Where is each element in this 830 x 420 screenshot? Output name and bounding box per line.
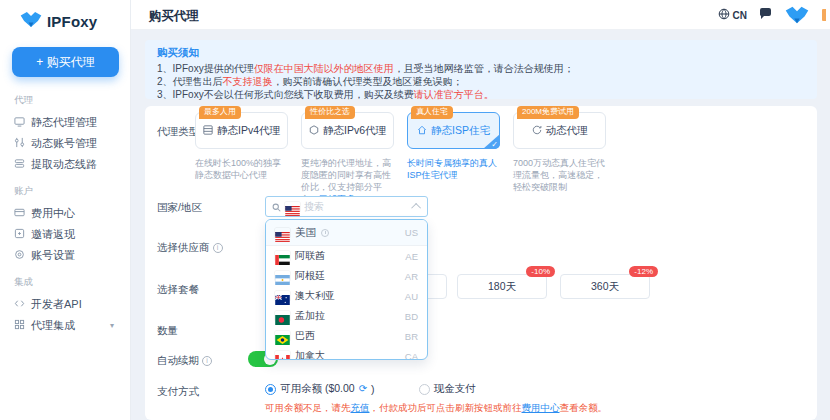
dropdown-item-bd[interactable]: 孟加拉 BD xyxy=(266,306,427,326)
type-card-static-ipv4[interactable]: 最多人用 静态IPv4代理 xyxy=(195,112,288,149)
nav-section-account: 账户 xyxy=(14,185,116,198)
puzzle-icon xyxy=(14,319,25,332)
sidebar-item-invite-cashback[interactable]: 邀请返现 xyxy=(12,224,118,245)
country-search-input[interactable] xyxy=(304,201,410,212)
purchase-form: 代理类型 最多人用 静态IPv4代理 性价比之选 静态IPv6代理 真人住宅 静… xyxy=(145,106,817,420)
clipped-username xyxy=(822,9,826,21)
sidebar-item-label: 开发者API xyxy=(31,297,82,312)
sidebar-item-dynamic-account[interactable]: 动态账号管理 xyxy=(12,133,118,154)
sidebar-nav: 代理 静态代理管理 动态账号管理 提取动态线路 账户 费用中心 邀请返现 xyxy=(0,84,130,336)
radio-balance[interactable] xyxy=(265,384,276,395)
billing-center-link[interactable]: 费用中心 xyxy=(522,402,560,413)
dropdown-item-ca[interactable]: 加拿大 CA xyxy=(266,346,427,360)
wallet-icon xyxy=(14,207,25,220)
country-code: BR xyxy=(405,331,418,342)
sidebar-item-label: 邀请返现 xyxy=(31,227,75,242)
type-desc-ipv4: 在线时长100%的独享静态数据中心代理 xyxy=(195,157,289,181)
flag-ca-icon xyxy=(275,351,290,360)
radio-cash[interactable] xyxy=(419,384,430,395)
sidebar-item-label: 代理集成 xyxy=(31,318,75,333)
recharge-link[interactable]: 充值 xyxy=(351,402,370,413)
sidebar-item-label: 提取动态线路 xyxy=(31,157,97,172)
dropdown-item-us[interactable]: 美国 US xyxy=(266,220,427,246)
type-card-dynamic[interactable]: 200M免费试用 动态代理 xyxy=(513,112,606,149)
sidebar-item-developer-api[interactable]: 开发者API xyxy=(12,294,118,315)
sidebar-item-label: 账号设置 xyxy=(31,248,75,263)
quantity-label: 数量 xyxy=(157,324,178,338)
chat-icon[interactable] xyxy=(759,6,772,24)
country-code: AR xyxy=(405,271,418,282)
type-desc-isp: 长时间专属独享的真人ISP住宅代理 xyxy=(407,157,501,181)
country-name: 巴西 xyxy=(295,329,315,343)
sidebar-item-extract-lines[interactable]: 提取动态线路 xyxy=(12,154,118,175)
page-title: 购买代理 xyxy=(149,8,199,25)
plan-label: 选择套餐 xyxy=(157,283,199,297)
flag-bd-icon xyxy=(275,311,290,321)
type-card-static-isp[interactable]: 真人住宅 静态ISP住宅 ✓ xyxy=(407,112,500,149)
payment-option-cash[interactable]: 现金支付 xyxy=(419,382,476,396)
gear-icon xyxy=(14,249,25,262)
language-label: CN xyxy=(733,10,747,21)
info-icon[interactable] xyxy=(202,356,212,366)
country-code: BD xyxy=(405,311,418,322)
grid-icon xyxy=(203,125,213,137)
country-select[interactable] xyxy=(265,196,428,217)
fox-logo-icon xyxy=(20,11,42,32)
info-icon[interactable] xyxy=(213,243,223,253)
country-code: AE xyxy=(405,251,418,262)
dropdown-item-ae[interactable]: 阿联酋 AE xyxy=(266,246,427,266)
country-code: AU xyxy=(405,291,418,302)
plan-name: 180天 xyxy=(488,280,516,294)
chevron-up-icon[interactable] xyxy=(411,203,421,213)
flag-ar-icon xyxy=(275,271,290,281)
globe-icon xyxy=(718,8,730,22)
sidebar-item-account-settings[interactable]: 账号设置 xyxy=(12,245,118,266)
user-avatar[interactable] xyxy=(784,4,810,26)
balance-suffix: ) xyxy=(371,383,375,395)
sliders-icon xyxy=(14,137,25,150)
proxy-type-label: 代理类型 xyxy=(157,125,199,139)
chevron-down-icon[interactable]: ▾ xyxy=(110,321,114,330)
payment-label: 支付方式 xyxy=(157,385,199,399)
sidebar-item-billing-center[interactable]: 费用中心 xyxy=(12,203,118,224)
payment-options: 可用余额 ($0.00 ⟳ ) 现金支付 xyxy=(265,382,476,396)
purchase-notice: 购买须知 1、IPFoxy提供的代理仅限在中国大陆以外的地区使用，且受当地网络监… xyxy=(145,40,817,99)
sidebar-item-proxy-integration[interactable]: 代理集成 ▾ xyxy=(12,315,118,336)
plan-card-180d[interactable]: 180天 -10% xyxy=(457,274,547,299)
sidebar-item-label: 静态代理管理 xyxy=(31,115,97,130)
sidebar-item-static-proxy[interactable]: 静态代理管理 xyxy=(12,112,118,133)
type-card-static-ipv6[interactable]: 性价比之选 静态IPv6代理 xyxy=(301,112,394,149)
refresh-icon[interactable]: ⟳ xyxy=(359,384,367,394)
country-name: 孟加拉 xyxy=(295,309,325,323)
country-name: 澳大利亚 xyxy=(295,289,335,303)
buy-proxy-button[interactable]: + 购买代理 xyxy=(12,47,119,77)
supplier-label: 选择供应商 xyxy=(157,241,223,255)
coupon-icon xyxy=(14,228,25,241)
plan-card-360d[interactable]: 360天 -12% xyxy=(560,274,650,299)
dropdown-item-ar[interactable]: 阿根廷 AR xyxy=(266,266,427,286)
flag-us-icon xyxy=(285,202,300,212)
country-name: 美国 xyxy=(295,226,316,240)
notice-title: 购买须知 xyxy=(157,46,805,60)
badge-most-popular: 最多人用 xyxy=(199,106,241,119)
notice-line-3: 3、IPFoxy不会以任何形式向您线下收取费用，购买及续费请认准官方平台。 xyxy=(157,88,805,101)
clock-icon xyxy=(321,229,329,237)
country-name: 阿根廷 xyxy=(295,269,325,283)
plan-name: 360天 xyxy=(591,280,619,294)
dropdown-item-au[interactable]: 澳大利亚 AU xyxy=(266,286,427,306)
flag-au-icon xyxy=(275,291,290,301)
type-desc-dynamic: 7000万动态真人住宅代理流量包，高速稳定，轻松突破限制 xyxy=(513,157,607,193)
badge-real-residential: 真人住宅 xyxy=(411,106,453,119)
discount-badge: -10% xyxy=(526,266,555,277)
country-dropdown: 美国 US 阿联酋 AE 阿根廷 AR 澳大利亚 AU 孟加拉 xyxy=(265,219,428,360)
flag-ae-icon xyxy=(275,251,290,261)
language-switcher[interactable]: CN xyxy=(718,8,747,22)
payment-option-balance[interactable]: 可用余额 ($0.00 ⟳ ) xyxy=(265,382,375,396)
dropdown-item-br[interactable]: 巴西 BR xyxy=(266,326,427,346)
sidebar-item-label: 动态账号管理 xyxy=(31,136,97,151)
discount-badge: -12% xyxy=(629,266,658,277)
auto-renew-label: 自动续期 xyxy=(157,354,212,368)
code-icon xyxy=(14,298,25,311)
home-icon xyxy=(417,125,427,137)
monitor-icon xyxy=(14,116,25,129)
